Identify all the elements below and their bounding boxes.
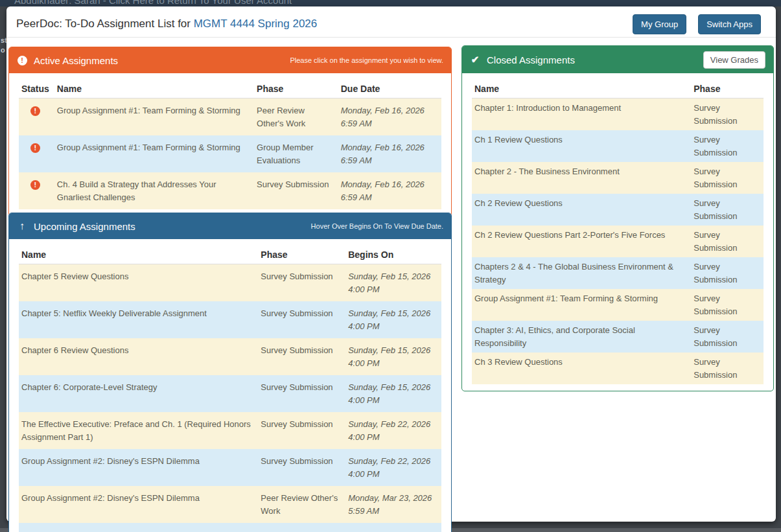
assignment-begins-on[interactable]: Monday, Mar 23, 2026 5:59 AM (345, 486, 441, 523)
assignment-name[interactable]: Group Assignment #1: Team Forming & Stor… (472, 289, 691, 321)
assignment-phase: Survey Submission (258, 338, 345, 375)
assignment-name[interactable]: Ch 1 Review Questions (472, 130, 691, 162)
assignment-phase: Survey Submission (691, 98, 764, 131)
course-link[interactable]: MGMT 4444 Spring 2026 (194, 17, 318, 30)
switch-apps-button[interactable]: Switch Apps (698, 14, 761, 34)
table-row[interactable]: Group Assignment #2: Disney's ESPN Dilem… (19, 449, 441, 486)
assignment-name[interactable]: Group Assignment #1: Team Forming & Stor… (54, 98, 254, 136)
assignment-name[interactable]: Ch. 4 Build a Strategy that Addresses Yo… (54, 172, 254, 209)
assignment-name[interactable]: Ch 2 Review Questions Part 2-Porter's Fi… (472, 226, 691, 257)
background-navbar: Abdulkhader: Sarah - Click Here to Retur… (0, 0, 781, 6)
assignment-due-date: Monday, Feb 16, 2026 6:59 AM (338, 135, 441, 172)
active-assignments-panel: ! Active Assignments Please click on the… (8, 47, 452, 216)
assignment-begins-on[interactable]: Sunday, Feb 15, 2026 4:00 PM (345, 375, 441, 412)
assignment-phase: Survey Submission (691, 162, 764, 194)
assignment-name[interactable]: Chapter 1: Introduction to Management (472, 98, 691, 131)
closed-assignments-table: Name Phase Chapter 1: Introduction to Ma… (472, 78, 764, 384)
table-row[interactable]: Group Assignment #2: Disney's ESPN Dilem… (19, 523, 441, 532)
assignment-due-date: Monday, Feb 16, 2026 6:59 AM (338, 98, 441, 136)
table-row[interactable]: ! Group Assignment #1: Team Forming & St… (19, 135, 441, 172)
active-assignments-hint: Please click on the assignment you wish … (290, 56, 443, 64)
assignment-phase: Survey Submission (258, 412, 345, 449)
header-buttons: My Group Switch Apps (633, 14, 766, 34)
exclamation-circle-icon: ! (17, 55, 27, 65)
assignment-due-date: Monday, Feb 16, 2026 6:59 AM (338, 172, 441, 209)
table-row[interactable]: Ch 1 Review Questions Survey Submission (472, 130, 764, 162)
my-group-button[interactable]: My Group (633, 14, 686, 34)
assignment-begins-on[interactable]: Sunday, Feb 22, 2026 4:00 PM (345, 412, 441, 449)
upcoming-assignments-hint: Hover Over Begins On To View Due Date. (311, 222, 443, 230)
table-row[interactable]: Ch 2 Review Questions Survey Submission (472, 194, 764, 226)
assignment-name[interactable]: Chapters 2 & 4 - The Global Business Env… (472, 257, 691, 289)
closed-assignments-title: Closed Assignments (487, 54, 575, 65)
column-header-name: Name (54, 78, 254, 98)
table-row[interactable]: Chapters 2 & 4 - The Global Business Env… (472, 257, 764, 289)
assignment-phase: Survey Submission (691, 130, 764, 162)
assignment-phase: Survey Submission (258, 375, 345, 412)
table-row[interactable]: ! Ch. 4 Build a Strategy that Addresses … (19, 172, 441, 209)
assignment-name: Group Assignment #2: Disney's ESPN Dilem… (19, 486, 258, 523)
column-header-phase: Phase (691, 78, 764, 98)
assignment-name[interactable]: Ch 2 Review Questions (472, 194, 691, 226)
todo-assignment-modal: PeerDoc: To-Do Assignment List for MGMT … (6, 6, 776, 522)
assignment-name: Chapter 6: Corporate-Level Strategy (19, 375, 258, 412)
assignment-phase: Survey Submission (691, 289, 764, 321)
assignment-phase: Survey Submission (691, 257, 764, 289)
table-row[interactable]: Chapter 2 - The Business Environment Sur… (472, 162, 764, 194)
background-navbar-text: Abdulkhader: Sarah - Click Here to Retur… (14, 0, 292, 6)
status-alert-icon: ! (30, 143, 40, 153)
assignment-name: Chapter 5: Netflix Weekly Deliverable As… (19, 301, 258, 338)
table-row[interactable]: Ch 3 Review Questions Survey Submission (472, 353, 764, 384)
assignment-phase: Survey Submission (254, 172, 338, 209)
assignment-name: Chapter 5 Review Questions (19, 264, 258, 302)
assignment-name[interactable]: Chapter 3: AI, Ethics, and Corporate Soc… (472, 321, 691, 353)
assignment-name: Group Assignment #2: Disney's ESPN Dilem… (19, 449, 258, 486)
assignment-phase: Peer Review Other's Work (258, 486, 345, 523)
modal-body: ! Active Assignments Please click on the… (6, 38, 776, 522)
table-row[interactable]: Chapter 3: AI, Ethics, and Corporate Soc… (472, 321, 764, 353)
assignment-phase: Survey Submission (691, 321, 764, 353)
table-row[interactable]: Ch 2 Review Questions Part 2-Porter's Fi… (472, 226, 764, 257)
table-row[interactable]: Chapter 1: Introduction to Management Su… (472, 98, 764, 131)
assignment-phase: Group Member Evaluations (258, 523, 345, 532)
assignment-phase: Survey Submission (691, 353, 764, 384)
assignment-name[interactable]: Ch 3 Review Questions (472, 353, 691, 384)
assignment-phase: Survey Submission (691, 226, 764, 257)
assignment-begins-on[interactable]: Sunday, Feb 15, 2026 4:00 PM (345, 301, 441, 338)
assignment-name: Group Assignment #2: Disney's ESPN Dilem… (19, 523, 258, 532)
upcoming-assignments-header: ↑ Upcoming Assignments Hover Over Begins… (9, 213, 451, 239)
table-row[interactable]: Chapter 6 Review Questions Survey Submis… (19, 338, 441, 375)
assignment-begins-on[interactable]: Sunday, Feb 15, 2026 4:00 PM (345, 264, 441, 302)
active-assignments-title: Active Assignments (34, 55, 118, 66)
table-row[interactable]: Chapter 5 Review Questions Survey Submis… (19, 264, 441, 302)
column-header-name: Name (19, 244, 258, 264)
active-assignments-header: ! Active Assignments Please click on the… (9, 47, 451, 73)
assignment-begins-on[interactable]: Sunday, Feb 15, 2026 4:00 PM (345, 338, 441, 375)
status-alert-icon: ! (30, 106, 40, 116)
active-assignments-table: Status Name Phase Due Date ! Group Assig… (19, 78, 441, 209)
assignment-begins-on[interactable]: Monday, Mar 23, 2026 5:59 AM (345, 523, 441, 532)
status-alert-icon: ! (30, 180, 40, 190)
table-row[interactable]: The Effective Executive: Preface and Ch.… (19, 412, 441, 449)
modal-header: PeerDoc: To-Do Assignment List for MGMT … (6, 6, 776, 38)
assignment-phase: Survey Submission (691, 194, 764, 226)
assignment-name: Chapter 6 Review Questions (19, 338, 258, 375)
assignment-name: The Effective Executive: Preface and Ch.… (19, 412, 258, 449)
upcoming-assignments-title: Upcoming Assignments (34, 221, 135, 232)
check-icon: ✔ (470, 54, 480, 65)
table-row[interactable]: Group Assignment #2: Disney's ESPN Dilem… (19, 486, 441, 523)
column-header-begins-on: Begins On (345, 244, 441, 264)
table-row[interactable]: ! Group Assignment #1: Team Forming & St… (19, 98, 441, 136)
assignment-phase: Survey Submission (258, 264, 345, 302)
column-header-phase: Phase (258, 244, 345, 264)
table-row[interactable]: Chapter 5: Netflix Weekly Deliverable As… (19, 301, 441, 338)
view-grades-button[interactable]: View Grades (703, 51, 765, 69)
assignment-name[interactable]: Chapter 2 - The Business Environment (472, 162, 691, 194)
assignment-begins-on[interactable]: Sunday, Feb 22, 2026 4:00 PM (345, 449, 441, 486)
table-row[interactable]: Chapter 6: Corporate-Level Strategy Surv… (19, 375, 441, 412)
table-row[interactable]: Group Assignment #1: Team Forming & Stor… (472, 289, 764, 321)
column-header-status: Status (19, 78, 54, 98)
assignment-phase: Peer Review Other's Work (254, 98, 338, 136)
assignment-name[interactable]: Group Assignment #1: Team Forming & Stor… (54, 135, 254, 172)
upcoming-assignments-table: Name Phase Begins On Chapter 5 Review Qu… (19, 244, 441, 532)
